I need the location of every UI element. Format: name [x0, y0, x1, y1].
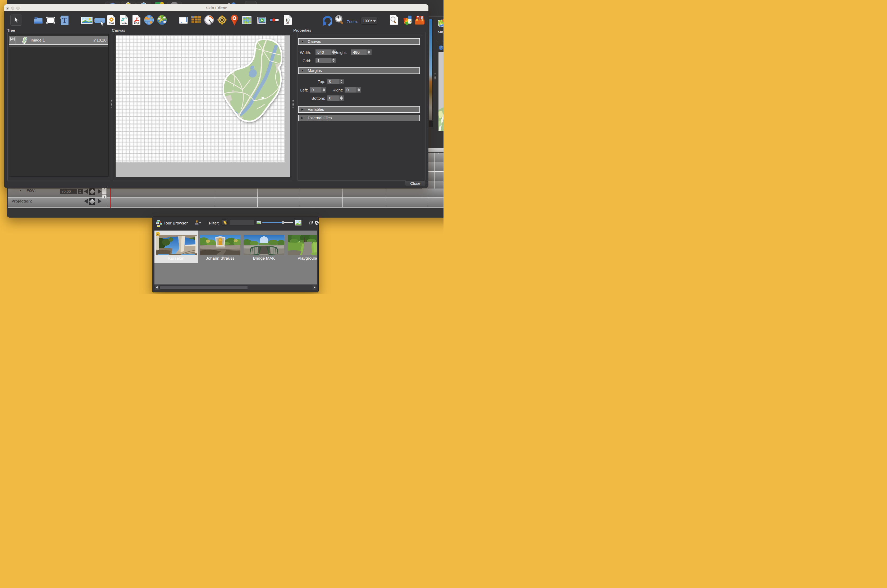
svg-text:JS: JS	[287, 22, 289, 24]
svg-text:Lottie: Lottie	[121, 22, 127, 25]
svg-text:SVG: SVG	[109, 22, 114, 25]
svg-text:{;}: {;}	[286, 18, 290, 22]
svg-text:T: T	[62, 16, 67, 24]
svg-text:PDF: PDF	[134, 22, 139, 25]
